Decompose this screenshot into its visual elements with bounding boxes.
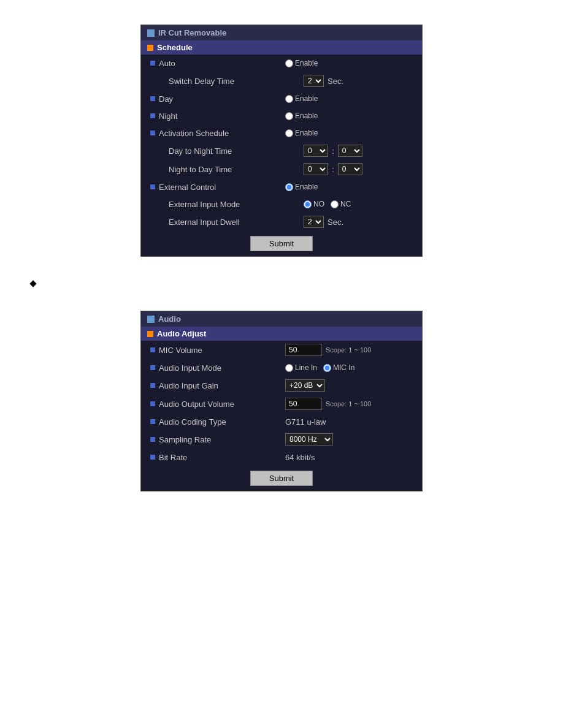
night-row: Night Enable	[141, 107, 422, 124]
external-control-label-container: External Control	[150, 183, 285, 192]
mic-volume-row: MIC Volume Scope: 1 ~ 100	[141, 341, 422, 359]
audio-submit-row: Submit	[141, 466, 422, 491]
linein-radio-label[interactable]: Line In	[285, 363, 317, 372]
external-input-dwell-row: External Input Dwell 21345 Sec.	[141, 213, 422, 231]
external-control-enable-text: Enable	[295, 183, 318, 191]
audio-input-mode-row: Audio Input Mode Line In MIC In	[141, 359, 422, 376]
activation-enable-radio[interactable]	[285, 129, 293, 137]
switch-delay-unit: Sec.	[327, 77, 343, 86]
auto-enable-label[interactable]: Enable	[285, 59, 318, 67]
audio-output-volume-input[interactable]	[285, 398, 322, 410]
sampling-rate-icon	[150, 437, 155, 442]
audio-section-header: Audio Adjust	[141, 327, 422, 341]
audio-coding-type-label: Audio Coding Type	[159, 417, 226, 427]
audio-title-text: Audio	[158, 314, 181, 324]
audio-section-icon	[147, 331, 153, 337]
audio-title-icon	[147, 316, 155, 323]
external-input-dwell-control: 21345 Sec.	[304, 216, 413, 228]
switch-delay-select[interactable]: 2 1 3 4 5	[304, 75, 324, 87]
night-label: Night	[159, 112, 177, 121]
linein-text: Line In	[295, 363, 317, 372]
day-enable-text: Enable	[295, 94, 318, 103]
ircut-panel: IR Cut Removable Schedule Auto Enable Sw…	[140, 25, 423, 257]
mic-volume-input[interactable]	[285, 344, 322, 356]
day-enable-radio[interactable]	[285, 95, 293, 103]
nc-radio-label[interactable]: NC	[331, 200, 351, 208]
no-radio[interactable]	[304, 200, 312, 208]
micin-radio-label[interactable]: MIC In	[323, 363, 354, 372]
sampling-rate-control: 8000 Hz 16000 Hz 32000 Hz	[285, 433, 413, 446]
audio-input-mode-label-container: Audio Input Mode	[150, 363, 285, 373]
auto-label-container: Auto	[150, 59, 285, 68]
audio-output-volume-icon	[150, 401, 155, 406]
nc-text: NC	[340, 200, 351, 208]
night-to-day-label-container: Night to Day Time	[169, 165, 304, 174]
auto-control: Enable	[285, 59, 413, 67]
activation-enable-label[interactable]: Enable	[285, 129, 318, 137]
day-control: Enable	[285, 94, 413, 103]
audio-input-gain-select[interactable]: +20 dB +10 dB 0 dB -10 dB	[285, 379, 325, 392]
switch-delay-row: Switch Delay Time 2 1 3 4 5 Sec.	[141, 72, 422, 90]
auto-row: Auto Enable	[141, 55, 422, 72]
night-to-day-colon: :	[332, 165, 334, 174]
bit-rate-label: Bit Rate	[159, 453, 187, 462]
external-input-mode-row: External Input Mode NO NC	[141, 195, 422, 213]
night-control: Enable	[285, 112, 413, 120]
bullet-diamond-icon	[29, 280, 36, 287]
auto-enable-radio[interactable]	[285, 59, 293, 67]
micin-text: MIC In	[333, 363, 354, 372]
external-input-dwell-label: External Input Dwell	[169, 218, 240, 227]
ircut-section-icon	[147, 45, 153, 51]
audio-output-volume-row: Audio Output Volume Scope: 1 ~ 100	[141, 395, 422, 413]
day-icon	[150, 96, 155, 101]
audio-input-gain-label-container: Audio Input Gain	[150, 381, 285, 390]
audio-panel-title: Audio	[141, 311, 422, 327]
ircut-submit-button[interactable]: Submit	[250, 236, 313, 251]
day-enable-label[interactable]: Enable	[285, 94, 318, 103]
mic-volume-label-container: MIC Volume	[150, 346, 285, 355]
audio-section-label: Audio Adjust	[157, 329, 206, 338]
audio-input-gain-control: +20 dB +10 dB 0 dB -10 dB	[285, 379, 413, 392]
sampling-rate-label: Sampling Rate	[159, 435, 211, 444]
external-input-dwell-select[interactable]: 21345	[304, 216, 324, 228]
audio-input-gain-row: Audio Input Gain +20 dB +10 dB 0 dB -10 …	[141, 376, 422, 395]
mic-volume-control: Scope: 1 ~ 100	[285, 344, 413, 356]
mic-volume-scope: Scope: 1 ~ 100	[326, 346, 371, 354]
ircut-submit-row: Submit	[141, 231, 422, 256]
activation-enable-text: Enable	[295, 129, 318, 137]
mic-volume-label: MIC Volume	[159, 346, 202, 355]
night-enable-radio[interactable]	[285, 112, 293, 120]
day-to-night-control: 01261218 : 0153045	[304, 145, 413, 157]
external-control-enable-label[interactable]: Enable	[285, 183, 318, 191]
night-to-day-min-select[interactable]: 0153045	[338, 163, 362, 175]
external-control-icon	[150, 184, 155, 189]
linein-radio[interactable]	[285, 364, 293, 372]
night-enable-text: Enable	[295, 112, 318, 120]
day-row: Day Enable	[141, 90, 422, 107]
switch-delay-label-container: Switch Delay Time	[169, 77, 304, 86]
external-control-label: External Control	[159, 183, 216, 192]
external-control-enable-radio[interactable]	[285, 183, 293, 191]
day-to-night-hour-select[interactable]: 01261218	[304, 145, 328, 157]
no-radio-label[interactable]: NO	[304, 200, 324, 208]
bullet-separator	[12, 269, 551, 298]
auto-label: Auto	[159, 59, 175, 68]
switch-delay-label: Switch Delay Time	[169, 77, 234, 86]
micin-radio[interactable]	[323, 364, 331, 372]
night-to-day-hour-select[interactable]: 01261218	[304, 163, 328, 175]
bit-rate-value: 64 kbit/s	[285, 453, 315, 462]
night-label-container: Night	[150, 112, 285, 121]
audio-submit-button[interactable]: Submit	[250, 471, 313, 486]
sampling-rate-select[interactable]: 8000 Hz 16000 Hz 32000 Hz	[285, 433, 333, 446]
audio-output-volume-label-container: Audio Output Volume	[150, 400, 285, 409]
audio-coding-type-icon	[150, 419, 155, 424]
audio-coding-type-label-container: Audio Coding Type	[150, 417, 285, 427]
activation-schedule-row: Activation Schedule Enable	[141, 124, 422, 142]
external-control-row: External Control Enable	[141, 178, 422, 195]
switch-delay-control: 2 1 3 4 5 Sec.	[304, 75, 413, 87]
auto-enable-text: Enable	[295, 59, 318, 67]
nc-radio[interactable]	[331, 200, 339, 208]
night-to-day-control: 01261218 : 0153045	[304, 163, 413, 175]
day-to-night-min-select[interactable]: 0153045	[338, 145, 362, 157]
night-enable-label[interactable]: Enable	[285, 112, 318, 120]
